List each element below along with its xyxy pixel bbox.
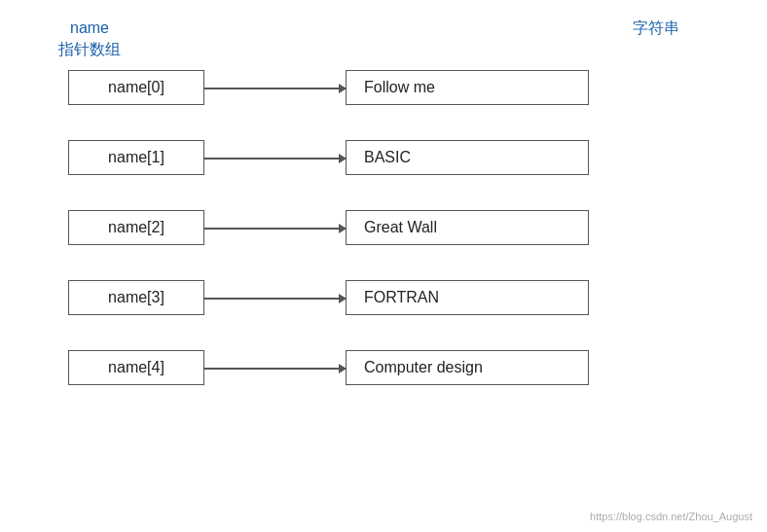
string-box: Follow me xyxy=(346,70,589,105)
string-box: Great Wall xyxy=(346,210,589,245)
watermark: https://blog.csdn.net/Zhou_August xyxy=(590,511,752,522)
col-right-label: 字符串 xyxy=(633,18,709,61)
arrow-line xyxy=(204,88,346,89)
string-box: BASIC xyxy=(346,140,589,175)
pointer-box: name[4] xyxy=(68,350,204,385)
arrow-line xyxy=(204,228,346,230)
pointer-box: name[2] xyxy=(68,210,204,245)
pointer-box: name[0] xyxy=(68,70,204,105)
col-left-label: name 指针数组 xyxy=(58,18,121,61)
pointer-box: name[3] xyxy=(68,280,204,315)
arrow-line xyxy=(204,158,346,160)
diagram: name 指针数组 字符串 name[0]Follow mename[1]BAS… xyxy=(0,0,767,532)
string-box: FORTRAN xyxy=(346,280,589,315)
arrow-line xyxy=(204,368,346,370)
arrow-line xyxy=(204,298,346,300)
string-box: Computer design xyxy=(346,350,589,385)
pointer-box: name[1] xyxy=(68,140,204,175)
header: name 指针数组 字符串 xyxy=(0,0,767,61)
